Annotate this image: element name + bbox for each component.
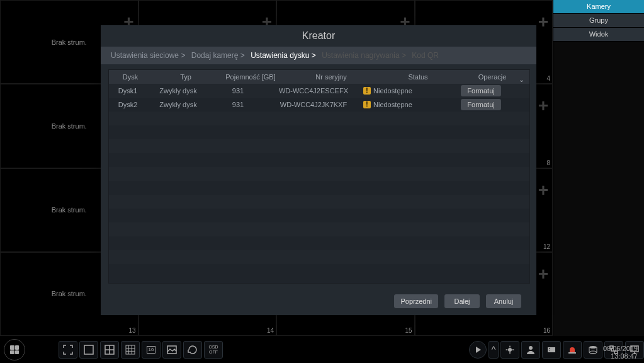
layout-4-icon[interactable] [100,341,119,359]
table-row [109,125,529,139]
right-panel: Kamery Grupy Widok [553,0,644,336]
image-icon[interactable] [162,341,181,359]
status-text: Niedostępne [373,98,412,112]
record-list-icon[interactable] [542,341,561,359]
col-type: Typ [152,70,220,84]
chevron-up-icon[interactable]: ^ [489,341,499,359]
cell-status: ! Niedostępne [361,84,432,98]
modal-body: Dysk Typ Pojemność [GB] Nr seryjny Statu… [101,64,536,287]
camera-settings-icon[interactable] [500,341,519,359]
bottom-toolbar: 16 OSD OFF ^ 08/06/2019 13:08:47 [0,337,644,363]
svg-marker-10 [476,347,481,353]
col-serial: Nr seryjny [281,70,381,84]
cancel-button[interactable]: Anuluj [486,294,521,308]
cell-disk: Dysk1 [109,84,147,98]
camera-number: 14 [267,327,274,334]
table-row [109,222,529,236]
add-camera-icon[interactable]: + [538,180,548,200]
no-stream-label: Brak strum. [52,290,87,297]
cell-capacity: 931 [210,84,266,98]
svg-rect-4 [126,345,135,354]
add-camera-icon[interactable]: + [538,264,548,284]
table-row [109,167,529,181]
col-operations[interactable]: Operacje ⌄ [455,70,529,84]
svg-point-11 [508,348,512,352]
main-menu-icon[interactable] [4,339,25,360]
cell-serial: WD-WCC4J2JK7KXF [266,98,361,112]
table-row [109,209,529,222]
svg-rect-15 [549,350,550,350]
person-icon[interactable] [521,341,540,359]
table-row [109,112,529,125]
status-text: Niedostępne [373,84,412,98]
table-row [109,181,529,195]
table-row [109,139,529,153]
table-body: Dysk1 Zwykły dysk 931 WD-WCC4J2ESCEFX ! … [109,84,529,278]
format-button[interactable]: Formatuj [461,85,501,96]
camera-number: 13 [128,327,135,334]
date-text: 08/06/2019 [603,345,638,352]
layout-1-icon[interactable] [79,341,98,359]
table-row [109,195,529,209]
tab-view[interactable]: Widok [553,28,644,42]
svg-rect-13 [548,347,555,352]
layout-16-icon[interactable]: 16 [142,341,161,359]
col-disk: Dysk [109,70,152,84]
cell-serial: WD-WCC4J2ESCEFX [266,84,361,98]
cell-operations: Formatuj [432,98,529,112]
table-row: Dysk1 Zwykły dysk 931 WD-WCC4J2ESCEFX ! … [109,84,529,98]
camera-number: 8 [546,159,550,166]
breadcrumb: Ustawienia sieciowe > Dodaj kamerę > Ust… [101,47,536,64]
no-stream-label: Brak strum. [52,38,87,46]
format-button[interactable]: Formatuj [461,99,501,110]
add-camera-icon[interactable]: + [538,96,548,116]
col-capacity: Pojemność [GB] [220,70,281,84]
crumb-disk-settings[interactable]: Ustawienia dysku > [251,51,316,60]
warning-icon: ! [363,87,371,95]
prev-button[interactable]: Poprzedni [394,294,438,308]
col-status: Status [381,70,455,84]
datetime: 08/06/2019 13:08:47 [603,345,638,360]
crumb-add-camera[interactable]: Dodaj kamerę > [191,51,245,60]
next-button[interactable]: Dalej [444,294,480,308]
refresh-icon[interactable] [183,341,202,359]
svg-rect-14 [549,349,550,349]
camera-number: 12 [543,243,550,250]
camera-number: 15 [405,327,412,334]
add-camera-icon[interactable]: + [538,12,548,32]
svg-point-17 [589,346,597,349]
cell-operations: Formatuj [432,84,529,98]
disk-icon[interactable] [584,341,602,359]
cell-type: Zwykły dysk [147,84,210,98]
alarm-icon[interactable] [563,341,582,359]
crumb-network[interactable]: Ustawienia sieciowe > [111,51,185,60]
svg-point-18 [589,351,597,354]
warning-icon: ! [363,101,371,108]
table-row: Dysk2 Zwykły dysk 931 WD-WCC4J2JK7KXF ! … [109,98,529,112]
fullscreen-icon[interactable] [59,341,77,359]
svg-rect-0 [84,345,93,354]
table-row [109,250,529,264]
table-row [109,153,529,167]
camera-number: 4 [546,75,550,82]
crumb-record-settings: Ustawienia nagrywania > [322,51,406,60]
cell-capacity: 931 [210,98,266,112]
tab-groups[interactable]: Grupy [553,14,644,28]
table-row [109,264,529,278]
wizard-modal: Kreator Ustawienia sieciowe > Dodaj kame… [101,25,536,315]
cell-disk: Dysk2 [109,98,147,112]
modal-title: Kreator [101,25,536,47]
cell-type: Zwykły dysk [147,98,210,112]
osd-toggle-icon[interactable]: OSD OFF [204,341,223,359]
tab-cameras[interactable]: Kamery [553,0,644,14]
play-icon[interactable] [469,341,487,359]
disk-table: Dysk Typ Pojemność [GB] Nr seryjny Statu… [108,69,530,284]
modal-footer: Poprzedni Dalej Anuluj [101,287,536,315]
cell-status: ! Niedostępne [361,98,432,112]
layout-9-icon[interactable] [121,341,140,359]
table-row [109,236,529,250]
table-header: Dysk Typ Pojemność [GB] Nr seryjny Statu… [109,70,529,84]
col-operations-label: Operacje [478,73,507,81]
no-stream-label: Brak strum. [52,122,87,130]
no-stream-label: Brak strum. [52,206,87,214]
